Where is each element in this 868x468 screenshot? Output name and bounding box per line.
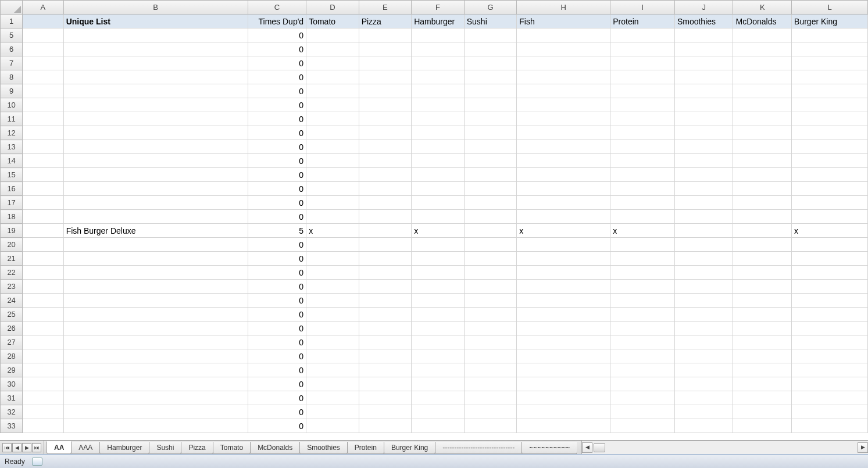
row-head-30[interactable]: 30 <box>1 377 23 391</box>
cell-E25[interactable] <box>359 308 412 321</box>
cell-G29[interactable] <box>464 363 517 377</box>
cell-C12[interactable]: 0 <box>248 126 306 140</box>
cell-K18[interactable] <box>733 210 792 224</box>
cell-H32[interactable] <box>517 405 610 419</box>
cell-L15[interactable] <box>792 168 868 182</box>
row-head-32[interactable]: 32 <box>1 405 23 419</box>
cell-K28[interactable] <box>733 349 792 363</box>
cell-H26[interactable] <box>517 321 610 335</box>
col-head-C[interactable]: C <box>248 1 306 15</box>
cell-H14[interactable] <box>517 154 610 168</box>
cell-K17[interactable] <box>733 196 792 210</box>
cell-E16[interactable] <box>359 182 412 196</box>
cell-H18[interactable] <box>517 210 610 224</box>
cell-C18[interactable]: 0 <box>248 210 306 224</box>
cell-E1[interactable]: Pizza <box>359 15 412 28</box>
cell-G13[interactable] <box>464 140 517 154</box>
cell-L20[interactable] <box>792 238 868 252</box>
cell-C19[interactable]: 5 <box>248 224 306 238</box>
cell-J22[interactable] <box>674 266 733 280</box>
cell-D26[interactable] <box>306 321 359 335</box>
cell-I23[interactable] <box>610 280 675 294</box>
cell-J7[interactable] <box>674 56 733 70</box>
col-head-E[interactable]: E <box>359 1 412 15</box>
cell-G6[interactable] <box>464 42 517 56</box>
cell-I24[interactable] <box>610 294 675 308</box>
cell-H8[interactable] <box>517 70 610 84</box>
cell-A22[interactable] <box>23 266 63 280</box>
sheet-tab[interactable]: Sushi <box>149 442 181 454</box>
cell-L16[interactable] <box>792 182 868 196</box>
select-all-corner[interactable] <box>1 1 23 15</box>
cell-I22[interactable] <box>610 266 675 280</box>
col-head-A[interactable]: A <box>23 1 63 15</box>
cell-I28[interactable] <box>610 349 675 363</box>
cell-D32[interactable] <box>306 405 359 419</box>
cell-G12[interactable] <box>464 126 517 140</box>
cell-K33[interactable] <box>733 419 792 433</box>
cell-E10[interactable] <box>359 98 412 112</box>
cell-D20[interactable] <box>306 238 359 252</box>
cell-D24[interactable] <box>306 294 359 308</box>
cell-L19[interactable]: x <box>792 224 868 238</box>
cell-G24[interactable] <box>464 294 517 308</box>
cell-F12[interactable] <box>412 126 465 140</box>
cell-C6[interactable]: 0 <box>248 42 306 56</box>
cell-J27[interactable] <box>674 335 733 349</box>
cell-F21[interactable] <box>412 252 465 266</box>
row-head-8[interactable]: 8 <box>1 70 23 84</box>
cell-K14[interactable] <box>733 154 792 168</box>
cell-H31[interactable] <box>517 391 610 405</box>
cell-H28[interactable] <box>517 349 610 363</box>
cell-L17[interactable] <box>792 196 868 210</box>
cell-D16[interactable] <box>306 182 359 196</box>
cell-D31[interactable] <box>306 391 359 405</box>
cell-J33[interactable] <box>674 419 733 433</box>
cell-A6[interactable] <box>23 42 63 56</box>
row-head-26[interactable]: 26 <box>1 321 23 335</box>
cell-H30[interactable] <box>517 377 610 391</box>
cell-B33[interactable] <box>63 419 248 433</box>
cell-B24[interactable] <box>63 294 248 308</box>
cell-A24[interactable] <box>23 294 63 308</box>
cell-H11[interactable] <box>517 112 610 126</box>
cell-I32[interactable] <box>610 405 675 419</box>
cell-C8[interactable]: 0 <box>248 70 306 84</box>
cell-A18[interactable] <box>23 210 63 224</box>
cell-C28[interactable]: 0 <box>248 349 306 363</box>
cell-I15[interactable] <box>610 168 675 182</box>
cell-H9[interactable] <box>517 84 610 98</box>
cell-J31[interactable] <box>674 391 733 405</box>
cell-G27[interactable] <box>464 335 517 349</box>
col-head-D[interactable]: D <box>306 1 359 15</box>
cell-A26[interactable] <box>23 321 63 335</box>
cell-A19[interactable] <box>23 224 63 238</box>
cell-A17[interactable] <box>23 196 63 210</box>
cell-A15[interactable] <box>23 168 63 182</box>
col-head-B[interactable]: B <box>63 1 248 15</box>
cell-K5[interactable] <box>733 28 792 42</box>
cell-E12[interactable] <box>359 126 412 140</box>
cell-F11[interactable] <box>412 112 465 126</box>
cell-J19[interactable] <box>674 224 733 238</box>
cell-F28[interactable] <box>412 349 465 363</box>
cell-A23[interactable] <box>23 280 63 294</box>
tab-nav-first[interactable]: ⏮ <box>2 443 12 452</box>
cell-K21[interactable] <box>733 252 792 266</box>
cell-E13[interactable] <box>359 140 412 154</box>
cell-L21[interactable] <box>792 252 868 266</box>
cell-A33[interactable] <box>23 419 63 433</box>
cell-G23[interactable] <box>464 280 517 294</box>
cell-H5[interactable] <box>517 28 610 42</box>
cell-J23[interactable] <box>674 280 733 294</box>
cell-L10[interactable] <box>792 98 868 112</box>
cell-K30[interactable] <box>733 377 792 391</box>
row-head-1[interactable]: 1 <box>1 15 23 28</box>
cell-F16[interactable] <box>412 182 465 196</box>
cell-G9[interactable] <box>464 84 517 98</box>
row-head-18[interactable]: 18 <box>1 210 23 224</box>
cell-F8[interactable] <box>412 70 465 84</box>
cell-L22[interactable] <box>792 266 868 280</box>
cell-D18[interactable] <box>306 210 359 224</box>
row-head-28[interactable]: 28 <box>1 349 23 363</box>
